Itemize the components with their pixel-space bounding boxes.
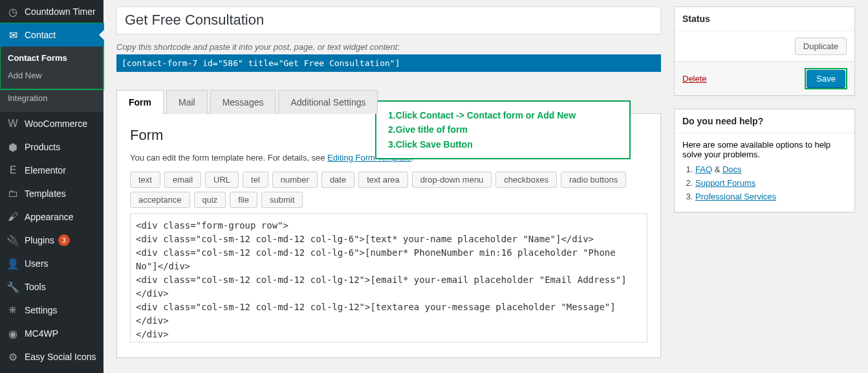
help-item-faq: FAQ & Docs xyxy=(695,164,847,174)
sidebar-label: MC4WP xyxy=(25,328,58,339)
pro-link[interactable]: Professional Services xyxy=(695,192,776,201)
sidebar-sub-addnew[interactable]: Add New xyxy=(0,67,103,84)
sidebar-sub-contactforms[interactable]: Contact Forms xyxy=(0,49,103,67)
tag-url[interactable]: URL xyxy=(205,172,239,188)
woo-icon: W xyxy=(6,117,19,130)
gear-icon: ⚙ xyxy=(6,350,19,363)
sidebar-item-easysocial[interactable]: ⚙ Easy Social Icons xyxy=(0,345,103,368)
mc4wp-icon: ◉ xyxy=(6,327,19,340)
sidebar-label: Contact xyxy=(25,30,56,40)
sidebar-label: Appearance xyxy=(25,212,74,222)
tag-tel[interactable]: tel xyxy=(243,172,268,188)
docs-link[interactable]: Docs xyxy=(722,164,742,174)
sidebar-item-templates[interactable]: 🗀 Templates xyxy=(0,182,103,205)
tag-email[interactable]: email xyxy=(164,172,201,188)
save-row: Delete Save xyxy=(675,62,854,95)
settings-icon: ⛯ xyxy=(6,304,19,317)
tab-form[interactable]: Form xyxy=(116,90,164,114)
contact-highlight: ✉ Contact Contact Forms Add New xyxy=(0,23,103,89)
tab-messages[interactable]: Messages xyxy=(210,90,276,114)
sidebar-sub-integration[interactable]: Integration xyxy=(0,89,103,107)
help-box: Do you need help? Here are some availabl… xyxy=(674,109,855,212)
help-item-forums: Support Forums xyxy=(695,178,847,188)
sidebar-label: Countdown Timer xyxy=(25,6,96,17)
elementor-icon: E xyxy=(6,164,19,177)
tag-submit[interactable]: submit xyxy=(261,192,303,208)
sidebar-label: Tools xyxy=(25,282,46,292)
sidebar-label: Settings xyxy=(25,305,58,315)
form-template-editor[interactable] xyxy=(130,213,647,343)
sidebar-label: Products xyxy=(25,142,60,152)
tools-icon: 🔧 xyxy=(6,280,19,293)
plugin-badge: 3 xyxy=(58,234,70,246)
sidebar-item-products[interactable]: ⬢ Products xyxy=(0,135,103,159)
sidebar-item-countdown[interactable]: ◷ Countdown Timer xyxy=(0,0,103,23)
sidebar-item-contact[interactable]: ✉ Contact xyxy=(0,23,103,47)
save-button[interactable]: Save xyxy=(807,70,845,87)
sidebar-item-settings[interactable]: ⛯ Settings xyxy=(0,299,103,322)
duplicate-button[interactable]: Duplicate xyxy=(795,38,847,55)
form-tabs: Form Mail Messages Additional Settings xyxy=(116,90,661,114)
tag-checkboxes[interactable]: checkboxes xyxy=(495,172,557,188)
sidebar-item-users[interactable]: 👤 Users xyxy=(0,252,103,275)
status-box: Status Duplicate Delete Save xyxy=(674,6,855,96)
tab-mail[interactable]: Mail xyxy=(166,90,208,114)
tag-file[interactable]: file xyxy=(230,192,257,208)
tag-date[interactable]: date xyxy=(321,172,354,188)
sidebar-submenu-ext: Integration xyxy=(0,89,103,112)
faq-link[interactable]: FAQ xyxy=(695,164,712,174)
status-heading: Status xyxy=(675,7,854,31)
side-column: Status Duplicate Delete Save Do you need… xyxy=(674,6,855,367)
help-list: FAQ & Docs Support Forums Professional S… xyxy=(682,164,847,201)
callout-line3: 3.Click Save Button xyxy=(388,137,618,152)
sidebar-item-tools[interactable]: 🔧 Tools xyxy=(0,275,103,299)
shortcode-hint: Copy this shortcode and paste it into yo… xyxy=(116,42,661,52)
help-heading: Do you need help? xyxy=(675,109,854,133)
clock-icon: ◷ xyxy=(6,5,19,18)
help-body: Here are some available options to help … xyxy=(675,133,854,212)
sidebar-label: Easy Social Icons xyxy=(25,352,96,362)
brush-icon: 🖌 xyxy=(6,210,19,223)
form-title-input[interactable] xyxy=(116,6,661,34)
editor-column: Copy this shortcode and paste it into yo… xyxy=(116,6,661,367)
main-content: Copy this shortcode and paste it into yo… xyxy=(103,0,868,373)
tag-acceptance[interactable]: acceptance xyxy=(130,192,190,208)
callout-line2: 2.Give title of form xyxy=(388,122,618,137)
admin-sidebar: ◷ Countdown Timer ✉ Contact Contact Form… xyxy=(0,0,103,373)
help-intro: Here are some available options to help … xyxy=(682,140,847,159)
sidebar-submenu: Contact Forms Add New xyxy=(0,47,103,89)
sidebar-item-woocommerce[interactable]: W WooCommerce xyxy=(0,112,103,135)
sidebar-item-appearance[interactable]: 🖌 Appearance xyxy=(0,205,103,229)
sidebar-label: Templates xyxy=(25,188,66,199)
tag-text[interactable]: text xyxy=(130,172,160,188)
sidebar-label: Plugins xyxy=(25,235,54,245)
sidebar-label: Elementor xyxy=(25,165,66,175)
sidebar-item-plugins[interactable]: 🔌 Plugins 3 xyxy=(0,229,103,252)
sidebar-label: Users xyxy=(25,258,49,269)
tag-quiz[interactable]: quiz xyxy=(194,192,226,208)
duplicate-row: Duplicate xyxy=(675,31,854,62)
tag-buttons-row: text email URL tel number date text area… xyxy=(130,172,647,208)
save-highlight: Save xyxy=(805,69,847,89)
delete-link[interactable]: Delete xyxy=(682,74,707,84)
forums-link[interactable]: Support Forums xyxy=(695,178,755,188)
mail-icon: ✉ xyxy=(6,28,19,41)
tag-radio[interactable]: radio buttons xyxy=(561,172,626,188)
tag-number[interactable]: number xyxy=(272,172,318,188)
sidebar-item-elementor[interactable]: E Elementor xyxy=(0,159,103,182)
templates-icon: 🗀 xyxy=(6,187,19,200)
help-item-pro: Professional Services xyxy=(695,192,847,201)
tag-dropdown[interactable]: drop-down menu xyxy=(412,172,492,188)
shortcode-display[interactable]: [contact-form-7 id="586" title="Get Free… xyxy=(116,54,661,72)
sidebar-item-mc4wp[interactable]: ◉ MC4WP xyxy=(0,322,103,345)
tab-additional[interactable]: Additional Settings xyxy=(278,90,378,114)
plugin-icon: 🔌 xyxy=(6,234,19,247)
sidebar-label: WooCommerce xyxy=(25,119,87,129)
users-icon: 👤 xyxy=(6,257,19,270)
tag-textarea[interactable]: text area xyxy=(358,172,408,188)
products-icon: ⬢ xyxy=(6,141,19,153)
